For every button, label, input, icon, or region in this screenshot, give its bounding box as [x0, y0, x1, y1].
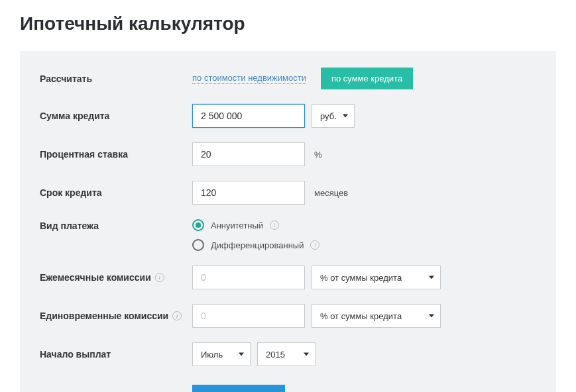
chevron-down-icon — [343, 115, 348, 118]
monthly-fees-input[interactable] — [192, 266, 305, 289]
label-start-date: Начало выплат — [40, 349, 192, 360]
label-payment-type: Вид платежа — [40, 219, 192, 231]
row-payment-type: Вид платежа Аннуитетный i Дифференцирова… — [40, 219, 536, 251]
submit-row: РАССЧИТАТЬ — [40, 385, 536, 392]
info-icon[interactable]: i — [310, 240, 319, 250]
currency-select-value: руб. — [320, 111, 337, 121]
label-onetime-fees: Единовременные комиссии i — [40, 311, 192, 321]
tab-by-loan-amount[interactable]: по сумме кредита — [321, 68, 413, 89]
info-icon[interactable]: i — [270, 220, 279, 230]
radio-differentiated-label: Дифференцированный — [211, 240, 304, 250]
calculate-button[interactable]: РАССЧИТАТЬ — [192, 385, 285, 392]
onetime-fee-type-select[interactable]: % от суммы кредита — [312, 304, 441, 328]
chevron-down-icon — [239, 353, 244, 356]
interest-rate-input[interactable] — [192, 142, 305, 166]
chevron-down-icon — [304, 353, 309, 356]
loan-term-input[interactable] — [192, 181, 305, 205]
info-icon[interactable]: i — [155, 273, 164, 282]
label-interest-rate: Процентная ставка — [40, 149, 192, 160]
onetime-fee-type-value: % от суммы кредита — [320, 311, 402, 321]
loan-amount-input[interactable] — [192, 104, 305, 128]
radio-icon-unchecked — [192, 239, 204, 251]
monthly-fee-type-value: % от суммы кредита — [320, 273, 402, 283]
row-onetime-fees: Единовременные комиссии i % от суммы кре… — [40, 304, 536, 328]
currency-select[interactable]: руб. — [312, 104, 355, 128]
row-loan-term: Срок кредита месяцев — [40, 181, 536, 205]
start-month-value: Июль — [201, 350, 223, 360]
label-calculate-by: Рассчитать — [40, 74, 192, 84]
label-loan-term: Срок кредита — [40, 187, 192, 198]
page-title: Ипотечный калькулятор — [20, 13, 556, 34]
info-icon[interactable]: i — [172, 311, 182, 320]
months-unit: месяцев — [314, 188, 348, 198]
row-interest-rate: Процентная ставка % — [40, 142, 536, 166]
row-start-date: Начало выплат Июль 2015 — [40, 342, 536, 366]
chevron-down-icon — [429, 315, 434, 318]
row-loan-amount: Сумма кредита руб. — [40, 104, 536, 128]
chevron-down-icon — [429, 276, 434, 279]
radio-differentiated[interactable]: Дифференцированный i — [192, 239, 319, 251]
monthly-fee-type-select[interactable]: % от суммы кредита — [312, 266, 441, 289]
radio-icon-checked — [192, 219, 204, 231]
radio-annuity-label: Аннуитетный — [211, 220, 263, 230]
start-year-select[interactable]: 2015 — [257, 342, 316, 366]
label-monthly-fees: Ежемесячные комиссии i — [40, 272, 192, 283]
percent-unit: % — [314, 150, 322, 160]
onetime-fees-input[interactable] — [192, 304, 305, 328]
radio-annuity[interactable]: Аннуитетный i — [192, 219, 319, 231]
row-monthly-fees: Ежемесячные комиссии i % от суммы кредит… — [40, 266, 536, 289]
label-loan-amount: Сумма кредита — [40, 111, 192, 121]
start-month-select[interactable]: Июль — [192, 342, 251, 366]
start-year-value: 2015 — [266, 350, 285, 360]
tab-by-property-value[interactable]: по стоимости недвижимости — [192, 73, 306, 84]
row-calculate-by: Рассчитать по стоимости недвижимости по … — [40, 68, 536, 89]
calculator-form: Рассчитать по стоимости недвижимости по … — [20, 51, 556, 392]
